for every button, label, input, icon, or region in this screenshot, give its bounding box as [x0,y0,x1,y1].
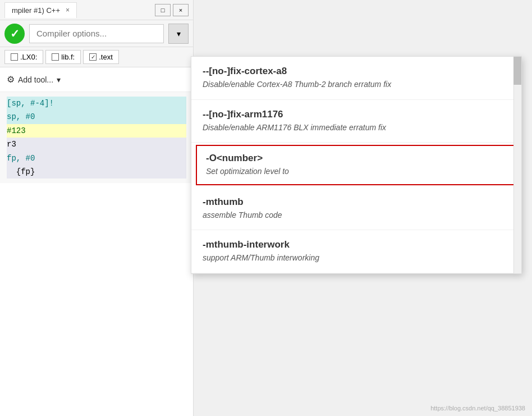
option-mthumb[interactable]: -mthumb assemble Thumb code [191,188,521,231]
gear-icon: ⚙ [7,74,15,85]
code-line-3: #123 [7,124,186,138]
title-tab[interactable]: mpiler #1) C++ × [4,2,77,18]
add-tool-button[interactable]: ⚙ Add tool... ▾ [7,74,61,85]
tabs-row: .LX0: lib.f: .text [0,47,193,67]
add-tool-row: ⚙ Add tool... ▾ [0,67,193,92]
option-optimize-title: -O<number> [206,153,507,164]
code-line-5: fp, #0 [7,152,186,165]
libf-checkbox[interactable] [52,53,59,61]
scrollbar-thumb[interactable] [513,57,521,85]
title-bar: mpiler #1) C++ × □ × [0,0,193,20]
option-fix-arm1176-desc: Disable/enable ARM1176 BLX immediate err… [203,122,510,134]
option-mthumb-interwork-desc: support ARM/Thumb interworking [203,253,510,264]
compiler-options-input[interactable] [29,24,164,43]
tab-label: mpiler #1) C++ [12,6,60,15]
option-fix-cortex-a8[interactable]: --[no-]fix-cortex-a8 Disable/enable Cort… [191,57,521,100]
option-fix-cortex-a8-title: --[no-]fix-cortex-a8 [203,66,510,77]
tab-libf-label: lib.f: [61,53,75,61]
tab-close-icon[interactable]: × [66,6,70,14]
text-checkbox[interactable] [89,53,97,61]
code-line-6: {fp} [7,165,186,179]
maximize-button[interactable]: □ [155,4,171,16]
option-mthumb-desc: assemble Thumb code [203,210,510,221]
scrollbar-track[interactable] [513,57,521,273]
code-line-1: [sp, #-4]! [7,97,186,110]
toolbar-row: ✓ ▾ [0,20,193,47]
window-close-button[interactable]: × [173,4,189,16]
tab-text[interactable]: .text [83,50,119,64]
tab-lx0-label: .LX0: [20,53,37,61]
status-check-icon: ✓ [4,24,25,44]
option-fix-cortex-a8-desc: Disable/enable Cortex-A8 Thumb-2 branch … [203,79,510,90]
watermark: https://blog.csdn.net/qq_38851938 [430,405,525,412]
code-line-4: r3 [7,138,186,151]
tab-text-label: .text [99,53,113,61]
lx0-checkbox[interactable] [11,53,18,61]
dropdown-arrow-icon: ▾ [177,29,181,38]
option-optimize-desc: Set optimization level to [206,166,507,177]
option-mthumb-title: -mthumb [203,196,510,208]
add-tool-arrow-icon: ▾ [57,75,61,84]
option-fix-arm1176-title: --[no-]fix-arm1176 [203,109,510,120]
add-tool-label: Add tool... [18,75,53,84]
option-mthumb-interwork-title: -mthumb-interwork [203,239,510,250]
option-fix-arm1176[interactable]: --[no-]fix-arm1176 Disable/enable ARM117… [191,100,521,143]
compiler-options-dropdown: --[no-]fix-cortex-a8 Disable/enable Cort… [191,56,522,274]
tab-lx0[interactable]: .LX0: [4,50,43,64]
code-area: [sp, #-4]! sp, #0 #123 r3 fp, #0 {fp} [0,92,193,183]
code-line-2: sp, #0 [7,110,186,124]
option-optimize[interactable]: -O<number> Set optimization level to [196,145,517,185]
compiler-dropdown-button[interactable]: ▾ [168,24,189,44]
option-mthumb-interwork[interactable]: -mthumb-interwork support ARM/Thumb inte… [191,230,521,273]
window-controls: □ × [155,4,189,16]
left-panel: mpiler #1) C++ × □ × ✓ ▾ .LX0: lib.f: .t… [0,0,194,416]
tab-libf[interactable]: lib.f: [45,50,81,64]
